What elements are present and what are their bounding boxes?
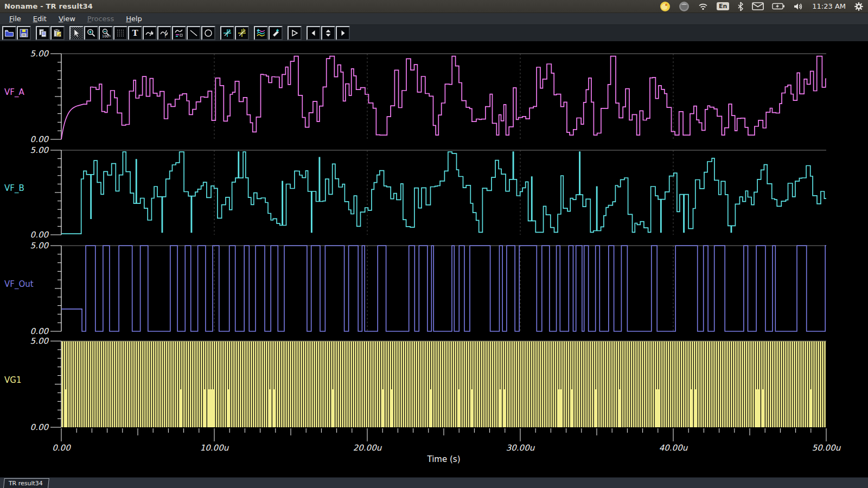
toolbar-group xyxy=(307,26,350,40)
result-tabbar: TR result34 xyxy=(0,477,868,488)
panel-VG1: 5.000.00VG1 xyxy=(4,336,826,432)
zoom-in-icon xyxy=(86,28,96,38)
trace-VF_Out xyxy=(61,246,826,331)
add-curves-icon xyxy=(256,28,266,38)
open-file-button[interactable] xyxy=(2,26,16,40)
window-title: Noname - TR result34 xyxy=(4,2,93,10)
cursor-a-button[interactable]: a xyxy=(220,26,234,40)
run-button[interactable] xyxy=(288,26,302,40)
menu-file[interactable]: File xyxy=(4,14,26,23)
probe-icon xyxy=(271,28,280,38)
tab-label: TR result34 xyxy=(9,480,43,487)
x-axis-title: Time (s) xyxy=(427,454,461,464)
zoom-100-button[interactable]: 100% xyxy=(99,26,113,40)
tab-tr-result34[interactable]: TR result34 xyxy=(3,478,49,488)
ellipse-tool-button[interactable] xyxy=(201,26,215,40)
y-label-bottom: 0.00 xyxy=(30,134,49,144)
time-axis: 0.0010.00u20.00u30.00u40.00u50.00uTime (… xyxy=(52,428,841,464)
save-button[interactable] xyxy=(17,26,31,40)
waveform-canvas[interactable]: 5.000.00VF_A5.000.00VF_B5.000.00VF_Out5.… xyxy=(0,42,868,479)
menubar: FileEditViewProcessHelp xyxy=(0,13,868,25)
bluetooth-icon[interactable] xyxy=(737,2,744,11)
session-gear-icon[interactable] xyxy=(854,2,864,11)
signal-label-VG1: VG1 xyxy=(4,375,21,385)
x-tick-label: 50.00u xyxy=(812,443,841,453)
probe-button[interactable] xyxy=(269,26,283,40)
x-tick-label: 20.00u xyxy=(353,443,382,453)
wifi-icon[interactable] xyxy=(698,2,709,11)
svg-text:100%: 100% xyxy=(102,34,111,38)
text-tool-icon: T xyxy=(130,28,140,38)
panel-VF_Out: 5.000.00VF_Out xyxy=(4,241,826,336)
system-tray: En11:23 AM xyxy=(660,1,864,12)
toolbar-group xyxy=(254,26,283,40)
y-label-bottom: 0.00 xyxy=(30,230,49,240)
curve-edit-icon xyxy=(145,28,155,38)
y-label-top: 5.00 xyxy=(30,336,49,346)
signal-label-VF_B: VF_B xyxy=(4,183,24,194)
svg-text:a: a xyxy=(228,28,231,33)
query-curve-button[interactable]: ? xyxy=(157,26,171,40)
grid-icon xyxy=(116,28,125,38)
app-window: Noname - TR result34 En11:23 AM FileEdit… xyxy=(0,0,868,488)
panel-VF_A: 5.000.00VF_A xyxy=(4,49,826,144)
text-tool-button[interactable]: T xyxy=(128,26,142,40)
curve-list-button[interactable] xyxy=(172,26,186,40)
y-label-top: 5.00 xyxy=(30,241,49,251)
toolbar: 100%T?ab xyxy=(0,25,868,42)
status-sphere-icon[interactable] xyxy=(679,1,690,12)
menu-help[interactable]: Help xyxy=(121,14,147,23)
line-icon xyxy=(189,28,199,38)
curve-query-icon: ? xyxy=(159,28,169,38)
curve-list-icon xyxy=(174,28,184,38)
trace-VG1 xyxy=(62,342,826,428)
y-label-top: 5.00 xyxy=(30,49,49,59)
arrow-right-icon xyxy=(338,28,348,38)
waveform-plot-area[interactable]: 5.000.00VF_A5.000.00VF_B5.000.00VF_Out5.… xyxy=(0,42,868,477)
x-tick-label: 10.00u xyxy=(200,443,229,453)
volume-icon[interactable] xyxy=(793,2,804,11)
folder-icon xyxy=(4,28,14,38)
scroll-left-button[interactable] xyxy=(307,26,321,40)
clock-text[interactable]: 11:23 AM xyxy=(812,2,846,10)
toolbar-group xyxy=(288,26,302,40)
cursor-icon xyxy=(72,28,81,38)
x-tick-label: 0.00 xyxy=(52,443,71,453)
copy-button[interactable] xyxy=(36,26,50,40)
messenger-app-icon[interactable] xyxy=(660,1,671,12)
battery-icon[interactable] xyxy=(772,3,785,10)
y-label-top: 5.00 xyxy=(30,145,49,155)
cursor-b-icon: b xyxy=(237,28,247,38)
cursor-b-button[interactable]: b xyxy=(235,26,249,40)
cursor-a-icon: a xyxy=(222,28,232,38)
menu-view[interactable]: View xyxy=(54,14,80,23)
scroll-right-button[interactable] xyxy=(336,26,350,40)
arrow-left-icon xyxy=(309,28,318,38)
grid-toggle-button[interactable] xyxy=(113,26,127,40)
keyboard-layout-badge[interactable]: En xyxy=(717,2,729,10)
paste-icon xyxy=(53,28,62,38)
line-tool-button[interactable] xyxy=(187,26,201,40)
trace-VF_A xyxy=(61,56,826,139)
paste-button[interactable] xyxy=(50,26,65,40)
mail-icon[interactable] xyxy=(752,2,764,10)
copy-icon xyxy=(38,28,48,38)
add-curves-button[interactable] xyxy=(254,26,268,40)
zoom-in-button[interactable] xyxy=(84,26,98,40)
svg-text:T: T xyxy=(132,28,138,38)
spinner-icon xyxy=(323,28,333,38)
x-tick-label: 30.00u xyxy=(506,443,535,453)
edit-curve-button[interactable] xyxy=(143,26,157,40)
zoom-100-icon: 100% xyxy=(101,28,111,38)
run-icon xyxy=(290,28,299,38)
toolbar-group: 100%T? xyxy=(69,26,215,40)
toolbar-group xyxy=(36,26,65,40)
signal-label-VF_Out: VF_Out xyxy=(4,279,34,290)
toolbar-group xyxy=(2,26,31,40)
toolbar-group: ab xyxy=(220,26,249,40)
trace-VF_B xyxy=(61,152,826,234)
select-cursor-button[interactable] xyxy=(69,26,84,40)
scroll-updown-button[interactable] xyxy=(321,26,335,40)
svg-text:b: b xyxy=(243,28,246,33)
menu-edit[interactable]: Edit xyxy=(28,14,52,23)
